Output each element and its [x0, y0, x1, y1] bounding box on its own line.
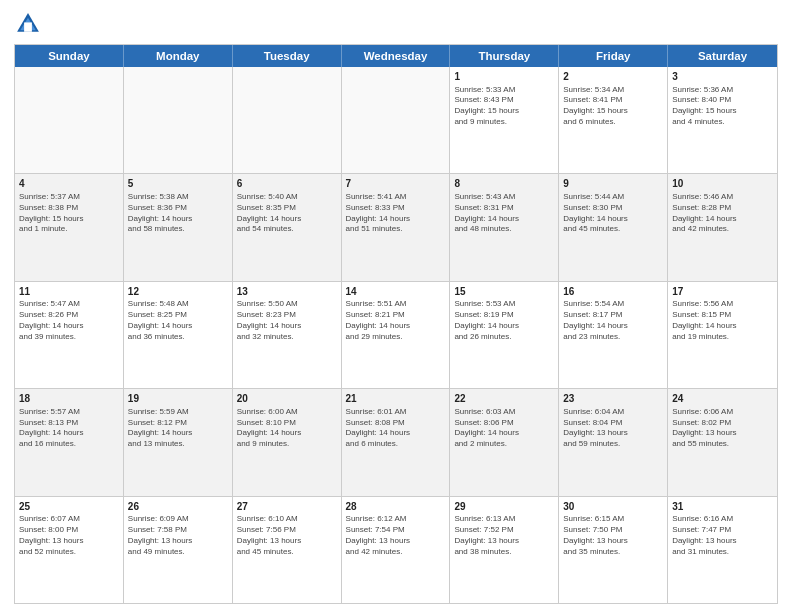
- cell-text: Sunrise: 5:54 AM Sunset: 8:17 PM Dayligh…: [563, 299, 663, 342]
- calendar-row: 25Sunrise: 6:07 AM Sunset: 8:00 PM Dayli…: [15, 497, 777, 603]
- calendar-cell: 23Sunrise: 6:04 AM Sunset: 8:04 PM Dayli…: [559, 389, 668, 495]
- calendar-row: 11Sunrise: 5:47 AM Sunset: 8:26 PM Dayli…: [15, 282, 777, 389]
- day-number: 23: [563, 392, 663, 406]
- weekday-header: Thursday: [450, 45, 559, 67]
- calendar-cell: [15, 67, 124, 173]
- cell-text: Sunrise: 5:41 AM Sunset: 8:33 PM Dayligh…: [346, 192, 446, 235]
- calendar-cell: 3Sunrise: 5:36 AM Sunset: 8:40 PM Daylig…: [668, 67, 777, 173]
- cell-text: Sunrise: 5:38 AM Sunset: 8:36 PM Dayligh…: [128, 192, 228, 235]
- day-number: 24: [672, 392, 773, 406]
- calendar-cell: [233, 67, 342, 173]
- cell-text: Sunrise: 5:37 AM Sunset: 8:38 PM Dayligh…: [19, 192, 119, 235]
- calendar-cell: [124, 67, 233, 173]
- day-number: 12: [128, 285, 228, 299]
- day-number: 18: [19, 392, 119, 406]
- weekday-header: Sunday: [15, 45, 124, 67]
- cell-text: Sunrise: 5:44 AM Sunset: 8:30 PM Dayligh…: [563, 192, 663, 235]
- calendar: SundayMondayTuesdayWednesdayThursdayFrid…: [14, 44, 778, 604]
- day-number: 20: [237, 392, 337, 406]
- cell-text: Sunrise: 6:10 AM Sunset: 7:56 PM Dayligh…: [237, 514, 337, 557]
- calendar-cell: 17Sunrise: 5:56 AM Sunset: 8:15 PM Dayli…: [668, 282, 777, 388]
- cell-text: Sunrise: 6:16 AM Sunset: 7:47 PM Dayligh…: [672, 514, 773, 557]
- day-number: 22: [454, 392, 554, 406]
- calendar-cell: 24Sunrise: 6:06 AM Sunset: 8:02 PM Dayli…: [668, 389, 777, 495]
- cell-text: Sunrise: 5:51 AM Sunset: 8:21 PM Dayligh…: [346, 299, 446, 342]
- cell-text: Sunrise: 6:07 AM Sunset: 8:00 PM Dayligh…: [19, 514, 119, 557]
- cell-text: Sunrise: 5:34 AM Sunset: 8:41 PM Dayligh…: [563, 85, 663, 128]
- day-number: 30: [563, 500, 663, 514]
- day-number: 1: [454, 70, 554, 84]
- page: SundayMondayTuesdayWednesdayThursdayFrid…: [0, 0, 792, 612]
- calendar-cell: 28Sunrise: 6:12 AM Sunset: 7:54 PM Dayli…: [342, 497, 451, 603]
- calendar-cell: 12Sunrise: 5:48 AM Sunset: 8:25 PM Dayli…: [124, 282, 233, 388]
- cell-text: Sunrise: 5:57 AM Sunset: 8:13 PM Dayligh…: [19, 407, 119, 450]
- cell-text: Sunrise: 5:53 AM Sunset: 8:19 PM Dayligh…: [454, 299, 554, 342]
- calendar-cell: 22Sunrise: 6:03 AM Sunset: 8:06 PM Dayli…: [450, 389, 559, 495]
- cell-text: Sunrise: 6:00 AM Sunset: 8:10 PM Dayligh…: [237, 407, 337, 450]
- cell-text: Sunrise: 5:47 AM Sunset: 8:26 PM Dayligh…: [19, 299, 119, 342]
- cell-text: Sunrise: 5:36 AM Sunset: 8:40 PM Dayligh…: [672, 85, 773, 128]
- day-number: 27: [237, 500, 337, 514]
- calendar-cell: 15Sunrise: 5:53 AM Sunset: 8:19 PM Dayli…: [450, 282, 559, 388]
- cell-text: Sunrise: 5:48 AM Sunset: 8:25 PM Dayligh…: [128, 299, 228, 342]
- calendar-cell: 8Sunrise: 5:43 AM Sunset: 8:31 PM Daylig…: [450, 174, 559, 280]
- calendar-cell: 7Sunrise: 5:41 AM Sunset: 8:33 PM Daylig…: [342, 174, 451, 280]
- day-number: 17: [672, 285, 773, 299]
- weekday-header: Wednesday: [342, 45, 451, 67]
- calendar-cell: 6Sunrise: 5:40 AM Sunset: 8:35 PM Daylig…: [233, 174, 342, 280]
- day-number: 3: [672, 70, 773, 84]
- calendar-cell: 21Sunrise: 6:01 AM Sunset: 8:08 PM Dayli…: [342, 389, 451, 495]
- day-number: 19: [128, 392, 228, 406]
- calendar-cell: 4Sunrise: 5:37 AM Sunset: 8:38 PM Daylig…: [15, 174, 124, 280]
- cell-text: Sunrise: 5:59 AM Sunset: 8:12 PM Dayligh…: [128, 407, 228, 450]
- cell-text: Sunrise: 5:46 AM Sunset: 8:28 PM Dayligh…: [672, 192, 773, 235]
- weekday-header: Friday: [559, 45, 668, 67]
- weekday-header: Saturday: [668, 45, 777, 67]
- calendar-cell: 14Sunrise: 5:51 AM Sunset: 8:21 PM Dayli…: [342, 282, 451, 388]
- cell-text: Sunrise: 5:40 AM Sunset: 8:35 PM Dayligh…: [237, 192, 337, 235]
- cell-text: Sunrise: 5:50 AM Sunset: 8:23 PM Dayligh…: [237, 299, 337, 342]
- day-number: 13: [237, 285, 337, 299]
- cell-text: Sunrise: 5:33 AM Sunset: 8:43 PM Dayligh…: [454, 85, 554, 128]
- cell-text: Sunrise: 6:15 AM Sunset: 7:50 PM Dayligh…: [563, 514, 663, 557]
- cell-text: Sunrise: 5:56 AM Sunset: 8:15 PM Dayligh…: [672, 299, 773, 342]
- cell-text: Sunrise: 5:43 AM Sunset: 8:31 PM Dayligh…: [454, 192, 554, 235]
- day-number: 6: [237, 177, 337, 191]
- day-number: 8: [454, 177, 554, 191]
- calendar-header: SundayMondayTuesdayWednesdayThursdayFrid…: [15, 45, 777, 67]
- calendar-body: 1Sunrise: 5:33 AM Sunset: 8:43 PM Daylig…: [15, 67, 777, 603]
- cell-text: Sunrise: 6:06 AM Sunset: 8:02 PM Dayligh…: [672, 407, 773, 450]
- header: [14, 10, 778, 38]
- day-number: 7: [346, 177, 446, 191]
- calendar-cell: 26Sunrise: 6:09 AM Sunset: 7:58 PM Dayli…: [124, 497, 233, 603]
- calendar-cell: 10Sunrise: 5:46 AM Sunset: 8:28 PM Dayli…: [668, 174, 777, 280]
- weekday-header: Monday: [124, 45, 233, 67]
- calendar-cell: 9Sunrise: 5:44 AM Sunset: 8:30 PM Daylig…: [559, 174, 668, 280]
- calendar-cell: 18Sunrise: 5:57 AM Sunset: 8:13 PM Dayli…: [15, 389, 124, 495]
- day-number: 2: [563, 70, 663, 84]
- calendar-cell: 29Sunrise: 6:13 AM Sunset: 7:52 PM Dayli…: [450, 497, 559, 603]
- calendar-cell: 27Sunrise: 6:10 AM Sunset: 7:56 PM Dayli…: [233, 497, 342, 603]
- cell-text: Sunrise: 6:01 AM Sunset: 8:08 PM Dayligh…: [346, 407, 446, 450]
- weekday-header: Tuesday: [233, 45, 342, 67]
- calendar-cell: 31Sunrise: 6:16 AM Sunset: 7:47 PM Dayli…: [668, 497, 777, 603]
- calendar-cell: 19Sunrise: 5:59 AM Sunset: 8:12 PM Dayli…: [124, 389, 233, 495]
- cell-text: Sunrise: 6:13 AM Sunset: 7:52 PM Dayligh…: [454, 514, 554, 557]
- calendar-cell: 1Sunrise: 5:33 AM Sunset: 8:43 PM Daylig…: [450, 67, 559, 173]
- cell-text: Sunrise: 6:03 AM Sunset: 8:06 PM Dayligh…: [454, 407, 554, 450]
- cell-text: Sunrise: 6:09 AM Sunset: 7:58 PM Dayligh…: [128, 514, 228, 557]
- calendar-cell: [342, 67, 451, 173]
- cell-text: Sunrise: 6:12 AM Sunset: 7:54 PM Dayligh…: [346, 514, 446, 557]
- svg-rect-2: [24, 22, 32, 31]
- day-number: 26: [128, 500, 228, 514]
- day-number: 31: [672, 500, 773, 514]
- calendar-cell: 16Sunrise: 5:54 AM Sunset: 8:17 PM Dayli…: [559, 282, 668, 388]
- calendar-cell: 25Sunrise: 6:07 AM Sunset: 8:00 PM Dayli…: [15, 497, 124, 603]
- day-number: 5: [128, 177, 228, 191]
- day-number: 29: [454, 500, 554, 514]
- day-number: 15: [454, 285, 554, 299]
- day-number: 9: [563, 177, 663, 191]
- day-number: 25: [19, 500, 119, 514]
- logo-icon: [14, 10, 42, 38]
- calendar-cell: 13Sunrise: 5:50 AM Sunset: 8:23 PM Dayli…: [233, 282, 342, 388]
